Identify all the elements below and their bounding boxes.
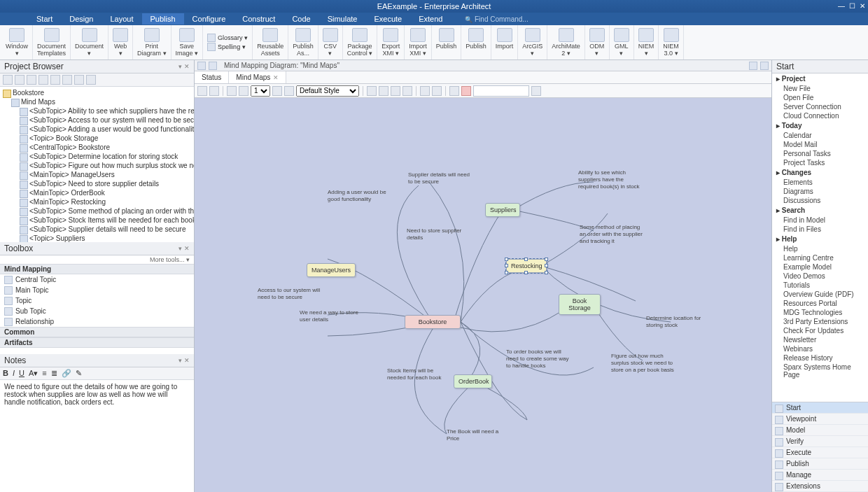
menu-start[interactable]: Start <box>28 13 61 24</box>
tree-mindmaps[interactable]: Mind Maps <box>3 97 194 106</box>
ribbon-niem[interactable]: NIEM 3.0 ▾ <box>659 25 684 59</box>
toolbox-group-artifacts[interactable]: Artifacts <box>0 337 194 348</box>
start-tab-verify[interactable]: Verify <box>772 436 868 447</box>
menu-construct[interactable]: Construct <box>234 13 284 24</box>
start-item-3rd-party-extensions[interactable]: 3rd Party Extensions <box>772 317 868 326</box>
tree-item-4[interactable]: <CentralTopic> Bookstore <box>3 143 194 152</box>
ribbon-niem[interactable]: NIEM ▾ <box>634 25 659 59</box>
tab-mindmaps[interactable]: Mind Maps✕ <box>229 71 286 83</box>
color-button[interactable]: A▾ <box>29 369 38 378</box>
list-button[interactable]: ≡ <box>42 369 46 378</box>
start-item-calendar[interactable]: Calendar <box>772 131 868 140</box>
ribbon-print[interactable]: Print Diagram ▾ <box>133 25 172 59</box>
ribbon-package[interactable]: Package Control ▾ <box>343 25 378 59</box>
ribbon-save[interactable]: Save Image ▾ <box>172 25 204 59</box>
start-tab-manage[interactable]: Manage <box>772 470 868 481</box>
fill-icon[interactable] <box>227 86 237 96</box>
ribbon-import[interactable]: Import XMI ▾ <box>405 25 432 59</box>
tree-item-10[interactable]: <MainTopic> Restocking <box>3 197 194 206</box>
refresh-icon[interactable] <box>62 75 72 85</box>
menu-code[interactable]: Code <box>284 13 318 24</box>
start-section-help[interactable]: ▸ Help <box>772 234 868 244</box>
start-tab-start[interactable]: Start <box>772 402 868 414</box>
start-item-webinars[interactable]: Webinars <box>772 344 868 353</box>
start-item-elements[interactable]: Elements <box>772 178 868 187</box>
filter-icon[interactable] <box>74 75 84 85</box>
start-item-help[interactable]: Help <box>772 244 868 253</box>
tree-item-12[interactable]: <SubTopic> Stock Items will be needed fo… <box>3 216 194 225</box>
ribbon-publish[interactable]: Publish <box>461 25 491 59</box>
brush-icon[interactable] <box>272 86 282 96</box>
menu-execute[interactable]: Execute <box>365 13 410 24</box>
start-item-release-history[interactable]: Release History <box>772 353 868 363</box>
start-item-resources-portal[interactable]: Resources Portal <box>772 299 868 308</box>
link-button[interactable]: 🔗 <box>62 369 71 378</box>
zoom-select[interactable]: 1 <box>251 85 270 97</box>
ribbon-odm[interactable]: ODM ▾ <box>585 25 610 59</box>
ribbon-web[interactable]: Web ▾ <box>108 25 133 59</box>
pin-icon[interactable]: ▾ <box>178 245 182 252</box>
distribute-icon[interactable] <box>402 86 412 96</box>
toolbox-group-mindmapping[interactable]: Mind Mapping <box>0 264 194 274</box>
start-item-check-for-updates[interactable]: Check For Updates <box>772 326 868 335</box>
tree-item-2[interactable]: <SubTopic> Adding a user would be good f… <box>3 125 194 134</box>
toolbox-more[interactable]: More tools... ▾ <box>0 255 194 264</box>
ribbon-publish[interactable]: Publish <box>432 25 462 59</box>
tab-close-icon[interactable]: ✕ <box>273 74 279 81</box>
ribbon-archimate[interactable]: ArchiMate 2 ▾ <box>547 25 585 59</box>
panel-close-icon[interactable]: ✕ <box>184 63 190 70</box>
tree-item-11[interactable]: <SubTopic> Some method of placing an ord… <box>3 206 194 216</box>
clear-button[interactable]: ✎ <box>76 369 82 378</box>
tree-item-6[interactable]: <SubTopic> Figure out how much surplus s… <box>3 161 194 170</box>
notes-body[interactable]: We need to figure out the details of how… <box>0 380 194 492</box>
new-icon[interactable] <box>3 75 13 85</box>
down-icon[interactable] <box>50 75 60 85</box>
panel-close-icon[interactable]: ✕ <box>184 357 190 364</box>
start-tab-publish[interactable]: Publish <box>772 458 868 470</box>
start-panel-body[interactable]: ▸ ProjectNew FileOpen FileServer Connect… <box>772 73 868 402</box>
start-item-mdg-technologies[interactable]: MDG Technologies <box>772 308 868 317</box>
ribbon-export[interactable]: Export XMI ▾ <box>377 25 405 59</box>
maximize-icon[interactable]: ☐ <box>849 0 855 13</box>
options-icon[interactable] <box>760 62 769 70</box>
node-manageusers[interactable]: ManageUsers <box>307 263 356 277</box>
start-item-diagrams[interactable]: Diagrams <box>772 187 868 196</box>
pin-icon[interactable]: ▾ <box>178 357 182 364</box>
start-item-server-connection[interactable]: Server Connection <box>772 102 868 111</box>
start-section-today[interactable]: ▸ Today <box>772 120 868 131</box>
start-item-personal-tasks[interactable]: Personal Tasks <box>772 149 868 158</box>
ribbon-reusable[interactable]: Reusable Assets <box>253 25 288 59</box>
search-diagram-input[interactable] <box>473 85 529 97</box>
help-icon[interactable] <box>86 75 96 85</box>
start-item-sparx-systems-home-page[interactable]: Sparx Systems Home Page <box>772 363 868 379</box>
project-browser-tree[interactable]: BookstoreMind Maps<SubTopic> Ability to … <box>0 87 194 242</box>
tool-topic[interactable]: Topic <box>0 295 194 306</box>
panel-close-icon[interactable]: ✕ <box>184 245 190 252</box>
ribbon-document[interactable]: Document Templates <box>33 25 71 59</box>
start-item-tutorials[interactable]: Tutorials <box>772 281 868 290</box>
ribbon-import[interactable]: Import <box>491 25 519 59</box>
font-icon[interactable] <box>197 86 207 96</box>
node-restocking[interactable]: Restocking <box>506 259 547 273</box>
tab-status[interactable]: Status <box>195 71 229 83</box>
ribbon-gml[interactable]: GML ▾ <box>610 25 634 59</box>
menu-design[interactable]: Design <box>61 13 102 24</box>
style-select[interactable]: Default Style <box>296 85 359 97</box>
delete-icon[interactable] <box>461 86 471 96</box>
find-icon[interactable] <box>432 86 442 96</box>
ribbon-document[interactable]: Document ▾ <box>71 25 108 59</box>
tree-item-14[interactable]: <Topic> Suppliers <box>3 234 194 242</box>
tree-item-3[interactable]: <Topic> Book Storage <box>3 134 194 143</box>
node-bookstore[interactable]: Bookstore <box>405 315 461 329</box>
node-orderbook[interactable]: OrderBook <box>454 374 492 388</box>
italic-button[interactable]: I <box>13 369 15 378</box>
ribbon-spelling[interactable]: Spelling ▾ <box>207 43 248 51</box>
tree-item-9[interactable]: <MainTopic> OrderBook <box>3 188 194 197</box>
toolbox-list[interactable]: More tools... ▾Mind MappingCentral Topic… <box>0 255 194 354</box>
lock-icon[interactable] <box>420 86 430 96</box>
close-icon[interactable]: ✕ <box>860 0 865 13</box>
start-item-project-tasks[interactable]: Project Tasks <box>772 158 868 167</box>
start-item-newsletter[interactable]: Newsletter <box>772 335 868 344</box>
tree-item-0[interactable]: <SubTopic> Ability to see which supplier… <box>3 106 194 115</box>
node-bookstorage[interactable]: Book Storage <box>559 294 601 315</box>
